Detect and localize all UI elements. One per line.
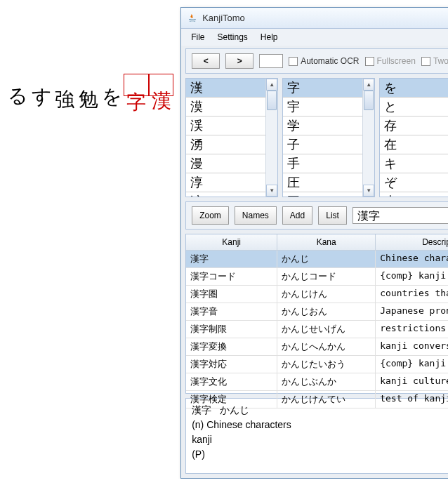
table-row[interactable]: 漢字圏かんじけんcountries that curr... <box>186 286 448 303</box>
cell-d: restrictions on the... <box>376 321 448 338</box>
definition-line: 漢字 かんじ <box>192 403 448 418</box>
cell-k: 漢字 <box>186 251 277 267</box>
definition-line: (n) Chinese characters <box>192 418 448 432</box>
candidate-item[interactable]: 夫 <box>380 192 448 197</box>
table-row[interactable]: 漢字音かんじおんJapanese pronunciati... <box>186 303 448 321</box>
candidate-col-2: 字宇学子手圧王 ▲▼ <box>282 78 375 197</box>
definition-line: (P) <box>192 447 448 462</box>
list-button[interactable]: List <box>318 206 347 225</box>
page-input[interactable] <box>259 54 283 68</box>
candidate-item[interactable]: 王 <box>283 192 362 197</box>
menu-file[interactable]: File <box>187 31 209 44</box>
source-char: る <box>6 74 29 96</box>
candidate-item[interactable]: を <box>380 79 448 98</box>
zoom-button[interactable]: Zoom <box>192 206 229 225</box>
fullscreen-checkbox[interactable]: Fullscreen <box>365 56 416 66</box>
table-header: Kanji Kana Description <box>186 234 448 251</box>
header-description[interactable]: Description <box>376 234 448 250</box>
app-window: KanjiTomo ─ ▢ X File Settings Help < > A… <box>180 7 448 479</box>
dict-toolbar: Zoom Names Add List 漢字 <box>185 201 448 230</box>
scrollbar[interactable]: ▲▼ <box>362 79 374 197</box>
scrollbar[interactable]: ▲▼ <box>265 79 277 197</box>
cell-d: {comp} kanji code <box>376 268 448 285</box>
candidate-item[interactable]: 圧 <box>283 173 362 192</box>
candidate-item[interactable]: 漠 <box>186 98 265 117</box>
table-row[interactable]: 漢字対応かんじたいおう{comp} kanji support <box>186 356 448 373</box>
candidate-item[interactable]: 存 <box>380 117 448 135</box>
cell-r: かんじけん <box>277 286 376 303</box>
cell-d: kanji conversion <box>376 338 448 355</box>
table-row[interactable]: 漢字コードかんじコード{comp} kanji code <box>186 268 448 286</box>
dictionary-table: Kanji Kana Description 漢字かんじChinese char… <box>185 234 448 394</box>
definition-line: kanji <box>192 432 448 447</box>
candidate-item[interactable]: 宇 <box>283 98 362 117</box>
candidate-item[interactable]: 漢 <box>186 79 265 98</box>
table-row[interactable]: 漢字制限かんじせいげんrestrictions on the... <box>186 321 448 338</box>
source-char: 字 <box>124 74 149 96</box>
candidate-panel: 漢漠渓湧漫淳涙 ▲▼ 字宇学子手圧王 ▲▼ をと存在キぞ夫 ▲▼ <box>185 78 448 197</box>
cell-k: 漢字変換 <box>186 338 277 355</box>
menu-help[interactable]: Help <box>256 31 282 44</box>
menu-settings[interactable]: Settings <box>213 31 252 44</box>
cell-d: {comp} kanji support <box>376 356 448 373</box>
candidate-item[interactable]: 漫 <box>186 154 265 173</box>
cell-d: kanji culture <box>376 373 448 390</box>
cell-k: 漢字対応 <box>186 356 277 373</box>
candidate-item[interactable]: 在 <box>380 135 448 154</box>
cell-r: かんじ <box>277 251 376 267</box>
prev-button[interactable]: < <box>192 53 220 69</box>
candidate-item[interactable]: 淳 <box>186 173 265 192</box>
table-row[interactable]: 漢字かんじChinese characters ... <box>186 251 448 268</box>
candidate-item[interactable]: 涙 <box>186 192 265 197</box>
cell-d: Japanese pronunciati... <box>376 303 448 320</box>
cell-d: Chinese characters ... <box>376 251 448 267</box>
search-input[interactable]: 漢字 <box>353 207 448 224</box>
source-char: 勉 <box>77 74 100 96</box>
definition-panel: 漢字 かんじ (n) Chinese characters kanji (P) … <box>185 398 448 474</box>
table-row[interactable]: 漢字変換かんじへんかんkanji conversion <box>186 338 448 356</box>
add-button[interactable]: Add <box>282 206 312 225</box>
candidate-item[interactable]: 学 <box>283 117 362 135</box>
source-char: す <box>29 74 53 96</box>
titlebar[interactable]: KanjiTomo ─ ▢ X <box>181 8 448 29</box>
automatic-ocr-checkbox[interactable]: Automatic OCR <box>289 56 359 66</box>
cell-k: 漢字文化 <box>186 373 277 390</box>
header-kanji[interactable]: Kanji <box>186 234 277 250</box>
cell-k: 漢字圏 <box>186 286 277 303</box>
cell-k: 漢字制限 <box>186 321 277 338</box>
candidate-item[interactable]: 手 <box>283 154 362 173</box>
cell-r: かんじおん <box>277 303 376 320</box>
candidate-item[interactable]: 湧 <box>186 135 265 154</box>
candidate-item[interactable]: 渓 <box>186 117 265 135</box>
names-button[interactable]: Names <box>235 206 277 225</box>
next-button[interactable]: > <box>225 53 253 69</box>
table-row[interactable]: 漢字文化かんじぶんかkanji culture <box>186 373 448 391</box>
header-kana[interactable]: Kana <box>277 234 376 250</box>
cell-r: かんじせいげん <box>277 321 376 338</box>
cell-k: 漢字音 <box>186 303 277 320</box>
source-char: 強 <box>53 74 77 96</box>
candidate-item[interactable]: 字 <box>283 79 362 98</box>
candidate-item[interactable]: ぞ <box>380 173 448 192</box>
candidate-item[interactable]: と <box>380 98 448 117</box>
two-pages-checkbox[interactable]: Two pages <box>421 56 448 66</box>
menubar: File Settings Help <box>181 29 448 46</box>
nav-toolbar: < > Automatic OCR Fullscreen Two pages <box>185 48 448 74</box>
java-icon <box>187 13 198 24</box>
candidate-item[interactable]: 子 <box>283 135 362 154</box>
window-title: KanjiTomo <box>202 13 448 23</box>
cell-k: 漢字コード <box>186 268 277 285</box>
source-char: を <box>100 74 124 96</box>
candidate-item[interactable]: キ <box>380 154 448 173</box>
cell-r: かんじへんかん <box>277 338 376 355</box>
cell-r: かんじたいおう <box>277 356 376 373</box>
source-char: 漢 <box>149 74 174 96</box>
cell-r: かんじぶんか <box>277 373 376 390</box>
cell-d: countries that curr... <box>376 286 448 303</box>
candidate-col-3: をと存在キぞ夫 ▲▼ <box>379 78 448 197</box>
candidate-col-1: 漢漠渓湧漫淳涙 ▲▼ <box>185 78 278 197</box>
cell-r: かんじコード <box>277 268 376 285</box>
source-text-vertical: 漢字を勉強する <box>6 7 173 96</box>
